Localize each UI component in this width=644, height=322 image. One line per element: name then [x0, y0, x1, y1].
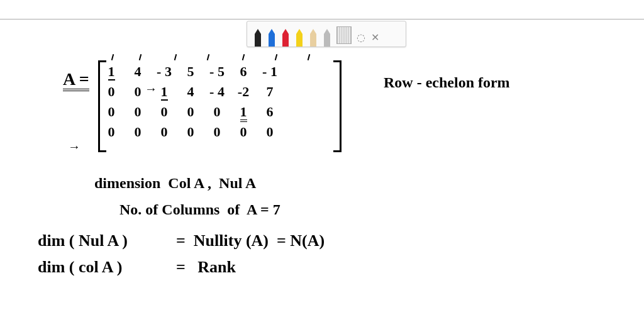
pen-gray[interactable] [321, 28, 333, 47]
col-tick [242, 54, 245, 60]
matrix-cell: 5 [181, 63, 200, 80]
col-tick [139, 54, 142, 60]
row-echelon-label: Row - echelon form [384, 74, 510, 91]
matrix-cell: 0 [155, 103, 174, 121]
pen-blue[interactable] [266, 28, 277, 47]
matrix-lhs-text: A = [63, 69, 89, 91]
matrix-cell: 4 [128, 63, 147, 80]
svg-marker-5 [324, 29, 330, 47]
matrix-cell: - 4 [208, 83, 226, 101]
matrix-cell: 0 [208, 103, 226, 121]
matrix-cell: 0 [208, 123, 226, 141]
pen-beige[interactable] [308, 28, 319, 47]
matrix-body: 1 4 - 3 5 - 5 6 - 1 0 0 1 4 - 4 -2 7 0 0… [94, 60, 287, 143]
matrix-right-bracket [333, 60, 341, 152]
matrix-cell: 0 [102, 83, 121, 101]
svg-marker-3 [296, 29, 303, 47]
col-tick [207, 54, 210, 60]
whiteboard-canvas: { "toolbar": { "pens": [ {"name":"pen-bl… [0, 0, 644, 322]
matrix-cell: 0 [102, 103, 121, 121]
matrix-cell: 0 [155, 123, 174, 141]
pen-yellow[interactable] [294, 28, 305, 47]
matrix-cell: 0 [181, 103, 200, 121]
svg-marker-1 [269, 29, 275, 47]
arrow-icon: → [68, 140, 80, 154]
matrix-cell: 6 [234, 63, 253, 80]
col-tick [308, 54, 311, 60]
pen-red[interactable] [280, 28, 291, 47]
note-dim-col-rhs: = Rank [176, 258, 236, 277]
svg-marker-0 [255, 29, 261, 47]
matrix-row: 1 4 - 3 5 - 5 6 - 1 [102, 63, 279, 80]
matrix-cell: 0 [234, 123, 253, 141]
matrix-cell: 4 [181, 83, 200, 101]
matrix-lhs: A = [63, 69, 89, 89]
col-tick [111, 54, 114, 60]
matrix-cell: 7 [260, 83, 279, 101]
matrix-cell: 0 [128, 103, 147, 121]
matrix-row: 0 0 1 4 - 4 -2 7 [102, 83, 279, 101]
ruler-tool[interactable] [336, 26, 352, 44]
svg-marker-2 [282, 29, 289, 47]
matrix-cell: - 1 [260, 63, 279, 80]
matrix-cell: - 5 [208, 63, 226, 80]
matrix-cell: 0 [260, 123, 279, 141]
note-dim-nul-lhs: dim ( Nul A ) [38, 231, 128, 250]
matrix-row: 0 0 0 0 0 0 0 [102, 123, 279, 141]
matrix-cell: - 3 [155, 63, 174, 80]
matrix-cell: 6 [260, 103, 279, 121]
matrix-cell: 0 [128, 123, 147, 141]
close-icon[interactable]: ✕ [368, 28, 382, 47]
matrix-cell: 1 [234, 103, 253, 121]
pen-toolbar: ◌ ✕ [247, 21, 406, 47]
matrix-row: 0 0 0 0 0 1 6 [102, 103, 279, 121]
matrix-cell: -2 [234, 83, 253, 101]
arrow-icon: → [145, 82, 157, 96]
matrix-table: 1 4 - 3 5 - 5 6 - 1 0 0 1 4 - 4 -2 7 0 0… [94, 60, 287, 143]
pen-black[interactable] [252, 28, 264, 47]
matrix-cell: 1 [155, 83, 174, 101]
page-divider [0, 19, 644, 19]
note-dim-nul-rhs: = Nullity (A) = N(A) [176, 231, 325, 250]
col-tick [275, 54, 278, 60]
col-tick [174, 54, 177, 60]
matrix-cell: 0 [102, 123, 121, 141]
matrix-cell: 1 [102, 63, 121, 80]
note-dim-col-lhs: dim ( col A ) [38, 258, 122, 277]
matrix-cell: 0 [181, 123, 200, 141]
note-columns: No. of Columns of A = 7 [119, 201, 280, 218]
note-dimension: dimension Col A , Nul A [94, 175, 256, 192]
lasso-select-icon[interactable]: ◌ [354, 28, 368, 47]
svg-marker-4 [310, 29, 316, 47]
